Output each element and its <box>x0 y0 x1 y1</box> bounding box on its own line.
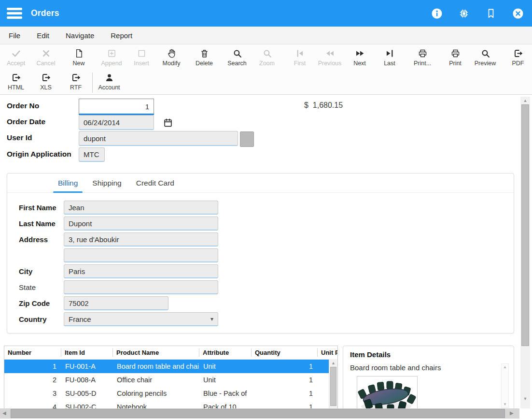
first-button[interactable]: First <box>285 47 315 70</box>
menu-item-report[interactable]: Report <box>111 31 132 40</box>
chevron-down-icon[interactable]: ▾ <box>210 316 213 322</box>
scroll-left-icon[interactable]: ◀ <box>2 410 6 416</box>
zoom-button[interactable]: Zoom <box>252 47 282 70</box>
pdf-button[interactable]: PDF <box>503 47 532 70</box>
toolbar-button-label: XLS <box>40 84 52 91</box>
tab-shipping[interactable]: Shipping <box>85 179 128 192</box>
field-value: 3, rue d'Aboukir <box>69 235 119 244</box>
first-name-input[interactable]: Jean <box>64 201 218 215</box>
address-label: Address <box>19 235 64 244</box>
details-vertical-scrollbar[interactable]: ▲ ▼ <box>501 363 509 408</box>
scroll-up-icon[interactable]: ▲ <box>520 98 530 103</box>
table-body: 1FU-001-ABoard room table and chairsUnit… <box>4 360 337 409</box>
scroll-down-icon[interactable]: ▼ <box>502 402 508 406</box>
new-button[interactable]: New <box>64 47 94 70</box>
bookmark-icon[interactable] <box>485 7 497 20</box>
main-horizontal-scrollbar[interactable]: ◀ ▶ <box>0 408 519 419</box>
city-input[interactable]: Paris <box>64 264 218 278</box>
rtf-button[interactable]: RTF <box>61 71 91 94</box>
table-row[interactable]: 4SU-002-CNotebookPack of 101 <box>4 400 337 409</box>
scroll-right-icon[interactable]: ▶ <box>510 410 514 416</box>
modify-button[interactable]: Modify <box>156 47 186 70</box>
menu-item-edit[interactable]: Edit <box>37 31 49 40</box>
horizontal-scroll-thumb[interactable] <box>11 409 505 418</box>
main-vertical-scrollbar[interactable]: ▲ ▼ <box>520 97 530 409</box>
column-header-quantity[interactable]: Quantity <box>251 348 317 357</box>
toolbar-button-label: Preview <box>475 60 496 67</box>
last-button[interactable]: Last <box>375 47 405 70</box>
user-id-lookup-button[interactable] <box>240 131 254 147</box>
tab-strip: BillingShippingCredit Card <box>7 174 514 193</box>
cancel-button[interactable]: Cancel <box>31 47 61 70</box>
state-input[interactable] <box>64 280 218 294</box>
toolbar-button-label: New <box>72 60 84 67</box>
insert-button[interactable]: Insert <box>126 47 156 70</box>
billing-field-row: Last NameDupont <box>19 217 218 231</box>
table-row[interactable]: 1FU-001-ABoard room table and chairsUnit… <box>4 360 337 373</box>
origin-application-input[interactable]: MTC <box>79 147 105 162</box>
accept-button[interactable]: Accept <box>1 47 31 70</box>
close-icon[interactable] <box>512 7 524 20</box>
column-header-product-name[interactable]: Product Name <box>112 348 199 357</box>
order-date-input[interactable]: 06/24/2014 <box>79 115 154 130</box>
debug-chip-icon[interactable] <box>458 7 470 20</box>
cell-number: 1 <box>4 362 61 370</box>
info-icon[interactable] <box>431 7 443 20</box>
square-icon <box>137 47 147 59</box>
toolbar-button-label: RTF <box>70 84 82 91</box>
order-no-input[interactable]: 1 <box>79 99 154 115</box>
table-scroll-thumb[interactable] <box>330 367 336 406</box>
table-row[interactable]: 3SU-005-DColoring pencilsBlue - Pack of1 <box>4 387 337 400</box>
toolbar-button-label: Account <box>98 84 120 91</box>
toolbar-button-label: Print <box>449 60 462 67</box>
xls-button[interactable]: XLS <box>31 71 61 94</box>
cell-item-id: SU-005-D <box>61 390 112 397</box>
toolbar-row-1: AcceptCancelNewAppendInsertModifyDeleteS… <box>1 47 532 70</box>
append-button[interactable]: Append <box>97 47 126 70</box>
cell-product-name: Office chair <box>112 376 199 384</box>
address-line-2-input[interactable] <box>64 248 218 262</box>
html-button[interactable]: HTML <box>1 71 31 94</box>
column-header-number[interactable]: Number <box>4 348 61 357</box>
print-button[interactable]: Print <box>440 47 470 70</box>
check-icon <box>11 47 21 59</box>
scroll-down-icon[interactable]: ▼ <box>520 396 530 401</box>
magnifier-icon <box>232 47 242 59</box>
address-input[interactable]: 3, rue d'Aboukir <box>64 232 218 246</box>
billing-field-row: First NameJean <box>19 201 218 215</box>
menu-item-file[interactable]: File <box>9 31 20 40</box>
previous-button[interactable]: Previous <box>315 47 345 70</box>
user-id-input[interactable]: dupont <box>79 131 238 146</box>
column-header-attribute[interactable]: Attribute <box>199 348 251 357</box>
billing-field-row <box>19 248 218 262</box>
print-button[interactable]: Print... <box>407 47 437 70</box>
zip-code-input[interactable]: 75002 <box>64 296 168 310</box>
search-button[interactable]: Search <box>222 47 252 70</box>
toolbar-button-label: Last <box>384 60 395 67</box>
table-row[interactable]: 2FU-008-AOffice chairUnit1 <box>4 373 337 387</box>
billing-field-row: CityParis <box>19 264 218 278</box>
window-title: Orders <box>31 8 59 18</box>
last-name-input[interactable]: Dupont <box>64 217 218 231</box>
hamburger-menu-icon[interactable] <box>7 6 22 21</box>
country-input[interactable]: France▾ <box>64 312 218 326</box>
delete-button[interactable]: Delete <box>189 47 219 70</box>
column-header-item-id[interactable]: Item Id <box>61 348 112 357</box>
scroll-up-icon[interactable]: ▲ <box>329 361 337 365</box>
column-header-unit-pr[interactable]: Unit Pr <box>317 348 338 357</box>
tab-credit-card[interactable]: Credit Card <box>129 179 182 192</box>
billing-field-row: Address3, rue d'Aboukir <box>19 232 218 246</box>
billing-field-row: Zip Code75002 <box>19 296 218 310</box>
tab-billing[interactable]: Billing <box>51 179 85 192</box>
vertical-scroll-thumb[interactable] <box>521 104 529 346</box>
city-label: City <box>19 267 64 275</box>
account-button[interactable]: Account <box>94 71 124 94</box>
person-icon <box>104 72 114 84</box>
calendar-icon[interactable] <box>163 117 173 128</box>
magnifier-icon <box>480 47 490 59</box>
preview-button[interactable]: Preview <box>470 47 500 70</box>
table-vertical-scrollbar[interactable]: ▲ <box>329 359 337 408</box>
next-button[interactable]: Next <box>345 47 375 70</box>
menu-item-navigate[interactable]: Navigate <box>66 31 94 40</box>
scroll-up-icon[interactable]: ▲ <box>502 365 508 369</box>
